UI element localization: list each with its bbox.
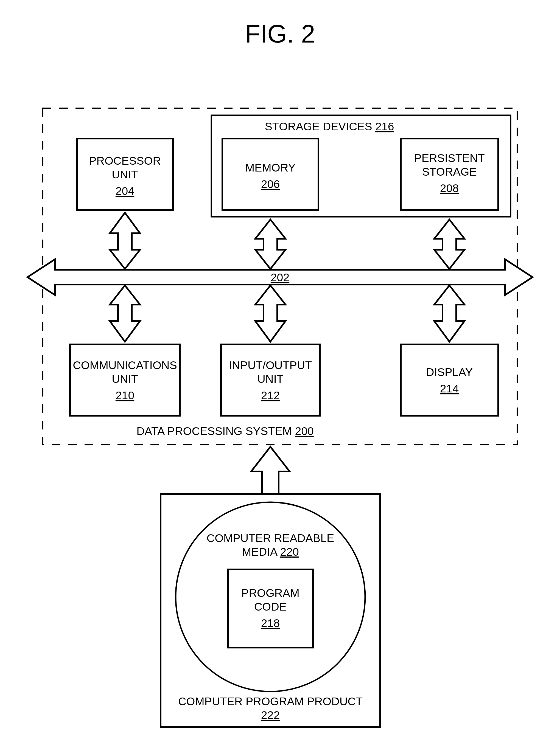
double-arrow-icon	[255, 285, 285, 342]
svg-marker-1	[255, 220, 285, 269]
system-label: DATA PROCESSING SYSTEM 200	[136, 425, 314, 437]
program-code-ref: 218	[261, 617, 280, 630]
persistent-storage-ref: 208	[440, 182, 459, 195]
memory-ref: 206	[261, 178, 280, 190]
storage-devices-label: STORAGE DEVICES 216	[265, 120, 394, 133]
display-ref: 214	[440, 382, 459, 395]
communications-unit-ref: 210	[116, 389, 134, 402]
display-line1: DISPLAY	[426, 366, 473, 379]
figure-title: FIG. 2	[245, 20, 315, 48]
communications-unit-line2: UNIT	[112, 373, 138, 385]
svg-marker-6	[251, 447, 289, 494]
program-code-line2: CODE	[254, 600, 286, 613]
figure-2: FIG. 2 STORAGE DEVICES 216 PROCESSOR UNI…	[0, 0, 560, 756]
svg-marker-0	[110, 213, 140, 269]
memory-line1: MEMORY	[245, 161, 296, 174]
persistent-storage-line1: PERSISTENT	[414, 152, 484, 164]
media-line1: COMPUTER READABLE	[207, 532, 334, 545]
program-code-line1: PROGRAM	[241, 587, 299, 599]
processor-unit-line2: UNIT	[112, 168, 138, 181]
double-arrow-icon	[434, 285, 464, 342]
memory-box	[222, 139, 318, 210]
svg-marker-5	[434, 285, 464, 342]
double-arrow-icon	[255, 220, 285, 269]
up-arrow-icon	[251, 447, 289, 494]
persistent-storage-line2: STORAGE	[422, 165, 477, 178]
processor-unit-ref: 204	[116, 185, 134, 197]
processor-unit-line1: PROCESSOR	[89, 155, 161, 167]
media-line2: MEDIA 220	[242, 546, 299, 558]
double-arrow-icon	[434, 220, 464, 269]
io-unit-ref: 212	[261, 389, 280, 402]
svg-marker-2	[434, 220, 464, 269]
svg-marker-3	[110, 285, 140, 342]
svg-marker-4	[255, 285, 285, 342]
double-arrow-icon	[110, 285, 140, 342]
display-box	[401, 344, 498, 416]
bus-ref: 202	[271, 271, 289, 284]
product-label: COMPUTER PROGRAM PRODUCT	[178, 695, 363, 708]
io-unit-line1: INPUT/OUTPUT	[229, 359, 312, 371]
product-ref: 222	[261, 709, 280, 721]
double-arrow-icon	[110, 213, 140, 269]
communications-unit-line1: COMMUNICATIONS	[73, 359, 177, 371]
io-unit-line2: UNIT	[257, 373, 284, 385]
